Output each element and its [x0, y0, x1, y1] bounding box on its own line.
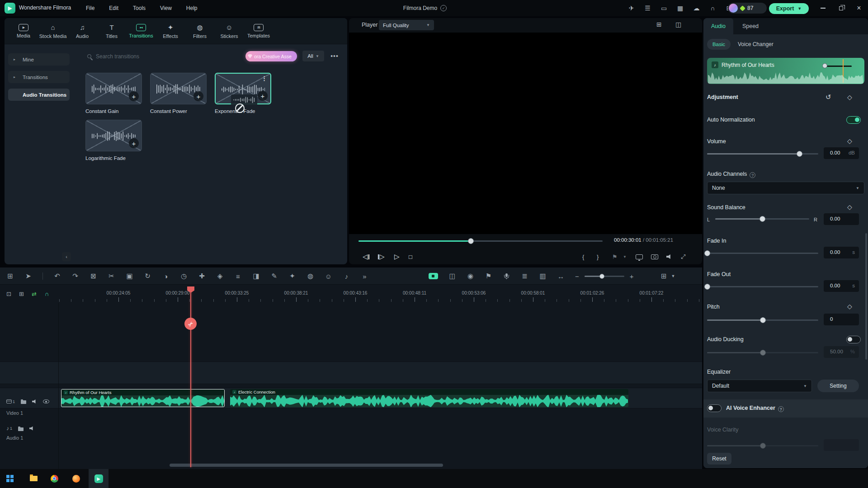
tab-effects[interactable]: ✦Effects [158, 23, 183, 39]
fade-in-slider[interactable] [707, 250, 818, 256]
fade-handle[interactable] [822, 63, 827, 68]
chevron-down-icon[interactable]: ▼ [623, 249, 627, 264]
pitch-slider[interactable] [707, 317, 818, 323]
quality-dropdown[interactable]: Full Quality ▼ [379, 20, 434, 30]
sidebar-item-transitions[interactable]: ▸Transitions [8, 71, 70, 83]
card-menu-icon[interactable]: ⋮ [261, 75, 267, 82]
chevron-down-icon[interactable]: ▼ [671, 274, 675, 278]
fade-out-slider[interactable] [707, 284, 818, 290]
save-icon[interactable]: ▦ [676, 5, 684, 12]
add-to-timeline-button[interactable]: + [129, 91, 139, 101]
fullscreen-button[interactable]: ⤢ [681, 249, 685, 264]
voiceover-icon[interactable] [505, 273, 508, 277]
snapshot-icon[interactable]: ◫ [448, 272, 456, 280]
lock-track-icon[interactable] [21, 400, 26, 404]
account-pill[interactable]: 87 [728, 3, 767, 14]
split-icon[interactable]: ✂ [108, 272, 115, 280]
track-manager-icon[interactable]: ⊞ [661, 272, 667, 280]
menu-tools[interactable]: Tools [131, 3, 147, 13]
ai-voice-enhancer-toggle[interactable] [707, 404, 722, 412]
support-icon[interactable]: ∩ [709, 5, 717, 12]
auto-ripple-icon[interactable]: ↔ [557, 272, 565, 280]
transition-card-exponential-fade[interactable]: +⋮Exponential Fade [215, 73, 271, 114]
subtab-basic[interactable]: Basic [707, 39, 731, 50]
sound-balance-slider[interactable] [715, 216, 809, 222]
menu-help[interactable]: Help [184, 3, 199, 13]
mark-out-button[interactable]: } [597, 249, 599, 264]
pitch-handle[interactable] [760, 317, 766, 323]
play-button[interactable]: ▷ [394, 249, 400, 264]
transform-icon[interactable]: ✚ [198, 272, 206, 280]
chroma-key-icon[interactable]: ◨ [252, 272, 260, 280]
sticker-icon[interactable]: ☺ [325, 272, 332, 280]
zoom-slider[interactable] [585, 273, 624, 279]
video-track-lane[interactable] [0, 361, 702, 384]
mute-track-icon[interactable] [32, 399, 37, 404]
audio-ducking-slider[interactable] [707, 350, 818, 356]
tab-templates[interactable]: ▤Templates [246, 24, 271, 38]
add-track-icon[interactable]: ⊞ [18, 291, 25, 297]
keyframe-icon[interactable]: ◇ [847, 94, 852, 101]
ai-voice-enhancer-row[interactable]: AI Voice Enhancer? [703, 399, 868, 418]
player-seekbar[interactable] [359, 238, 603, 244]
redo-icon[interactable]: ↷ [71, 272, 79, 280]
text-icon[interactable]: ✎ [270, 272, 278, 280]
audio-ducking-handle[interactable] [760, 350, 766, 356]
duration-icon[interactable]: ◷ [180, 272, 188, 280]
auto-normalization-toggle[interactable] [846, 116, 861, 124]
cloud-upload-icon[interactable]: ☁ [693, 5, 700, 12]
collapse-panel-button[interactable]: ‹ [62, 252, 71, 261]
audio-ducking-toggle[interactable] [846, 336, 861, 343]
firefox-button[interactable] [66, 469, 86, 488]
split-cursor-icon[interactable]: ✂ [184, 318, 197, 330]
reset-button[interactable]: Reset [707, 453, 731, 465]
maximize-button[interactable] [832, 0, 849, 16]
add-to-timeline-button[interactable]: + [193, 91, 203, 101]
transition-card-constant-power[interactable]: +Constant Power [150, 73, 207, 114]
crop-icon[interactable]: ▣ [126, 272, 133, 280]
add-to-timeline-button[interactable]: + [129, 138, 139, 148]
search-input[interactable] [96, 51, 231, 62]
hide-track-icon[interactable] [43, 399, 49, 404]
audio-clip-rhythm[interactable]: ♪ Rhythm of Our Hearts [61, 389, 225, 407]
reset-adjustment-icon[interactable]: ↺ [826, 93, 831, 101]
minimize-button[interactable] [814, 0, 831, 16]
tab-transitions[interactable]: ▸◂Transitions [128, 24, 154, 38]
video-preview[interactable] [349, 33, 702, 234]
volume-value-box[interactable]: 0.00 dB [824, 147, 859, 159]
audio-clip-electric[interactable]: ♪ Electric Connection [230, 389, 628, 407]
tab-stickers[interactable]: ☺Stickers [217, 23, 242, 39]
tab-speed[interactable]: Speed [736, 18, 765, 34]
tab-audio[interactable]: ♫Audio [70, 23, 95, 39]
menu-edit[interactable]: Edit [107, 3, 120, 13]
record-icon[interactable]: ◉ [467, 272, 474, 280]
zoom-handle[interactable] [599, 274, 604, 279]
display-device-button[interactable] [636, 249, 643, 264]
stop-button[interactable]: □ [409, 249, 412, 264]
audio-ducking-value-box[interactable]: 50.00 % [824, 346, 859, 358]
tab-media[interactable]: ▶Media [11, 24, 36, 38]
render-flag-icon[interactable]: ⚑ [612, 249, 618, 264]
delete-icon[interactable]: ⊠ [90, 272, 97, 280]
equalizer-dropdown[interactable]: Default ▼ [707, 380, 812, 392]
effects-icon[interactable]: ✦ [288, 272, 296, 280]
file-explorer-button[interactable] [24, 469, 43, 488]
snapshot-button[interactable] [651, 249, 658, 264]
fade-out-handle[interactable] [704, 284, 710, 290]
speed-icon[interactable]: ↻ [144, 272, 151, 280]
filter-dropdown[interactable]: All ▼ [302, 51, 324, 61]
marker-icon[interactable]: ⚑ [485, 272, 492, 280]
fade-in-handle[interactable] [704, 250, 710, 256]
volume-handle[interactable] [797, 151, 802, 157]
more-icon[interactable]: » [361, 272, 368, 280]
mute-button[interactable] [666, 249, 672, 264]
help-icon[interactable]: ? [750, 172, 755, 178]
playhead-line[interactable] [190, 288, 191, 467]
compare-view-icon[interactable]: ◫ [675, 21, 681, 28]
close-button[interactable]: × [850, 0, 868, 16]
next-frame-button[interactable]: ▷ [378, 249, 385, 264]
audio-tool-icon[interactable]: ♪ [343, 272, 350, 280]
transition-card-constant-gain[interactable]: +Constant Gain [85, 73, 142, 114]
mask-icon[interactable]: ◍ [307, 272, 314, 280]
tab-titles[interactable]: TTitles [99, 23, 124, 39]
